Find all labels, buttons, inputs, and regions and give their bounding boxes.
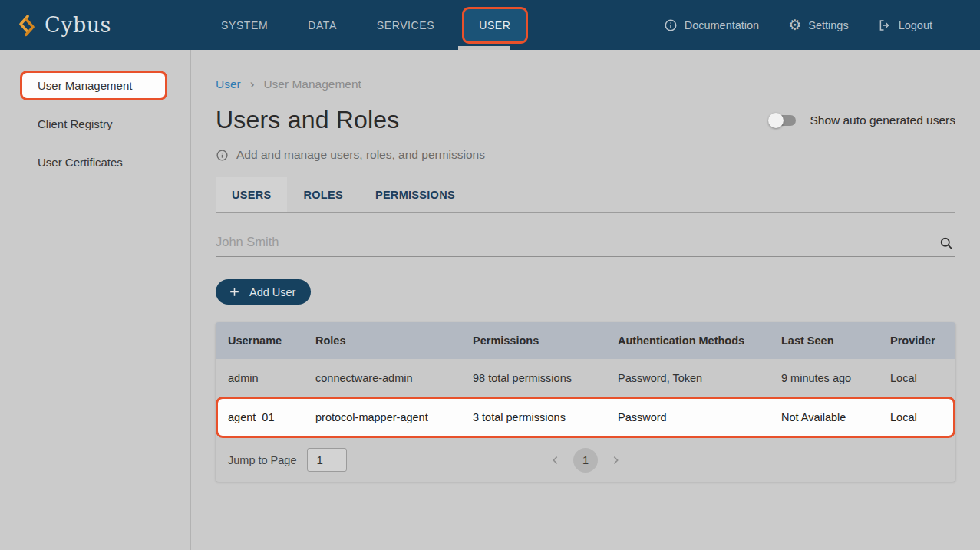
tab-roles[interactable]: ROLES: [287, 177, 358, 212]
brand-name: Cybus: [45, 13, 111, 37]
logout-label: Logout: [899, 19, 932, 31]
cell-username: agent_01: [228, 411, 315, 423]
cell-roles: protocol-mapper-agent: [315, 411, 473, 423]
tab-users[interactable]: USERS: [216, 177, 287, 212]
column-header-permissions: Permissions: [473, 334, 618, 347]
cell-auth-methods: Password: [618, 411, 781, 423]
sidebar-item-label: Client Registry: [38, 117, 113, 130]
nav-item-user[interactable]: USER: [462, 7, 527, 44]
table-row-admin[interactable]: admin connectware-admin 98 total permiss…: [216, 359, 955, 397]
table-footer: Jump to Page 1: [216, 438, 955, 482]
sidebar-item-user-certificates[interactable]: User Certificates: [20, 147, 167, 177]
top-navbar: Cybus SYSTEM DATA SERVICES USER Document…: [0, 0, 980, 50]
cell-permissions: 3 total permissions: [473, 411, 618, 423]
sidebar-item-label: User Certificates: [38, 156, 123, 169]
auto-generated-users-toggle-row: Show auto generated users: [768, 112, 955, 129]
cell-roles: connectware-admin: [315, 372, 473, 384]
breadcrumb-current: User Management: [263, 77, 361, 91]
page-title: Users and Roles: [216, 106, 400, 134]
nav-item-services[interactable]: SERVICES: [377, 19, 434, 31]
sidebar-item-label: User Management: [38, 79, 132, 92]
sidebar-item-client-registry[interactable]: Client Registry: [20, 109, 167, 139]
plus-icon: [228, 285, 241, 298]
cell-last-seen: Not Available: [781, 411, 890, 423]
logout-icon: [878, 18, 892, 32]
jump-to-page-label: Jump to Page: [228, 454, 296, 466]
settings-link[interactable]: ⚙ Settings: [788, 18, 848, 32]
tab-permissions[interactable]: PERMISSIONS: [359, 177, 471, 212]
brand[interactable]: Cybus: [17, 0, 111, 50]
logout-link[interactable]: Logout: [878, 18, 932, 32]
pagination-controls: 1: [549, 448, 622, 473]
cybus-logo-icon: [17, 14, 37, 37]
gear-icon: ⚙: [788, 18, 801, 32]
info-icon: [216, 149, 229, 162]
search-icon[interactable]: [939, 235, 954, 251]
main-nav: SYSTEM DATA SERVICES USER: [221, 0, 511, 50]
nav-actions: Documentation ⚙ Settings Logout: [664, 0, 932, 50]
tab-bar: USERS ROLES PERMISSIONS: [216, 177, 955, 213]
info-icon: [664, 18, 678, 32]
column-header-auth-methods: Authentication Methods: [618, 334, 781, 347]
page-subtitle: Add and manage users, roles, and permiss…: [236, 148, 485, 162]
nav-item-data[interactable]: DATA: [308, 19, 337, 31]
cell-last-seen: 9 minutes ago: [781, 372, 890, 384]
column-header-roles: Roles: [315, 334, 473, 347]
toggle-label: Show auto generated users: [810, 114, 955, 127]
search-input[interactable]: [216, 227, 955, 256]
users-table: Username Roles Permissions Authenticatio…: [216, 322, 955, 482]
add-user-label: Add User: [249, 286, 295, 298]
documentation-label: Documentation: [685, 19, 760, 31]
cell-username: admin: [228, 372, 315, 384]
column-header-username: Username: [228, 334, 315, 347]
settings-label: Settings: [808, 19, 848, 31]
column-header-provider: Provider: [890, 334, 943, 347]
documentation-link[interactable]: Documentation: [664, 18, 760, 32]
breadcrumb: User › User Management: [216, 77, 955, 92]
chevron-left-icon[interactable]: [549, 454, 562, 466]
table-header-row: Username Roles Permissions Authenticatio…: [216, 322, 955, 359]
cell-permissions: 98 total permissions: [473, 372, 618, 384]
user-search: [216, 227, 955, 257]
chevron-right-icon: ›: [250, 77, 255, 92]
add-user-button[interactable]: Add User: [216, 279, 311, 305]
column-header-last-seen: Last Seen: [781, 334, 890, 347]
toggle-knob: [768, 113, 784, 128]
breadcrumb-parent-link[interactable]: User: [216, 77, 241, 91]
main-content: User › User Management Users and Roles S…: [191, 50, 980, 550]
jump-to-page-input[interactable]: [307, 448, 347, 472]
page-subtitle-row: Add and manage users, roles, and permiss…: [216, 148, 955, 162]
chevron-right-icon[interactable]: [609, 454, 622, 466]
cell-provider: Local: [890, 411, 943, 423]
cell-provider: Local: [890, 372, 943, 384]
table-row-agent-01[interactable]: agent_01 protocol-mapper-agent 3 total p…: [216, 397, 955, 438]
sidebar-item-user-management[interactable]: User Management: [20, 71, 167, 100]
show-auto-generated-toggle[interactable]: [768, 112, 797, 129]
sidebar: User Management Client Registry User Cer…: [0, 50, 191, 550]
cell-auth-methods: Password, Token: [618, 372, 781, 384]
nav-item-system[interactable]: SYSTEM: [221, 19, 268, 31]
current-page-button[interactable]: 1: [573, 448, 598, 473]
